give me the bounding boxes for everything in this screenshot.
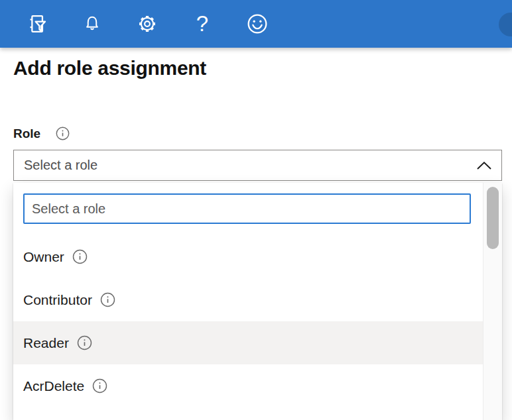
help-question-icon[interactable]: ?: [191, 13, 214, 35]
role-select-value: Select a role: [24, 158, 97, 173]
info-icon[interactable]: [72, 248, 88, 265]
dropdown-scrollbar[interactable]: [483, 183, 502, 420]
role-option-list: Owner Contributor: [13, 235, 483, 407]
scrollbar-thumb[interactable]: [487, 187, 499, 249]
azure-add-role-assignment-page: ? Add role assignment Role Select a role: [0, 0, 512, 420]
role-field-label-row: Role: [13, 126, 70, 141]
chevron-up-icon: [476, 161, 492, 170]
role-dropdown-panel: Owner Contributor: [13, 183, 502, 420]
info-icon[interactable]: [92, 378, 108, 394]
feedback-smiley-icon[interactable]: [246, 13, 269, 35]
role-option-owner[interactable]: Owner: [13, 235, 483, 278]
question-mark-glyph: ?: [196, 13, 208, 35]
role-select-dropdown[interactable]: Select a role: [13, 150, 502, 181]
page-title: Add role assignment: [13, 57, 206, 79]
role-info-icon[interactable]: [55, 126, 70, 141]
option-label: Contributor: [23, 292, 92, 308]
directory-filter-icon[interactable]: [26, 13, 48, 35]
info-icon[interactable]: [99, 291, 116, 308]
role-search-input[interactable]: [23, 193, 471, 224]
option-label: Reader: [23, 335, 69, 351]
role-option-contributor[interactable]: Contributor: [13, 278, 483, 321]
role-label: Role: [13, 127, 40, 141]
option-label: Owner: [23, 249, 64, 265]
settings-gear-icon[interactable]: [136, 13, 159, 35]
top-navigation-bar: ?: [0, 0, 512, 48]
info-icon[interactable]: [76, 335, 93, 351]
option-label: AcrDelete: [23, 378, 84, 394]
role-option-acrdelete[interactable]: AcrDelete: [13, 364, 483, 407]
role-option-reader[interactable]: Reader: [13, 321, 483, 364]
notifications-bell-icon[interactable]: [81, 13, 103, 35]
avatar[interactable]: [499, 13, 512, 36]
